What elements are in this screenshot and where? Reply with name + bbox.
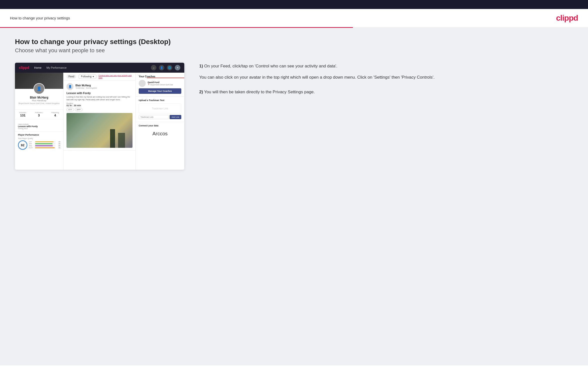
post-author-name: Blair McHarg bbox=[75, 84, 97, 87]
ott-label: OTT bbox=[29, 141, 34, 143]
trackman-section: Upload a Trackman Test Trackman Link Add… bbox=[136, 97, 184, 122]
tpq-row: 92 OTT 90 APP bbox=[18, 140, 60, 150]
stat-activities-value: 131 bbox=[19, 113, 26, 117]
coach-club: 📍 Royal North Devon Golf Club bbox=[148, 84, 173, 86]
app-right-panel: Your Coaches David Ford 📍 Royal North De… bbox=[136, 73, 184, 170]
nav-my-performance[interactable]: My Performance bbox=[47, 66, 67, 69]
clippd-logo: clippd bbox=[556, 13, 578, 23]
globe-icon[interactable]: 🌐 bbox=[167, 65, 172, 70]
step-1: 1) On your Feed, click/tap on 'Control w… bbox=[199, 63, 573, 81]
profile-name: Blair McHarg bbox=[18, 96, 60, 99]
profile-tag: Plus Handicap bbox=[18, 99, 60, 102]
arccos-label: Arccos bbox=[139, 129, 181, 139]
ott-fill bbox=[35, 141, 54, 142]
badge-app: APP bbox=[75, 108, 82, 111]
arg-label: ARG bbox=[29, 145, 34, 147]
connect-section: Connect your data Arccos bbox=[136, 122, 184, 141]
trackman-title: Upload a Trackman Test bbox=[139, 99, 181, 102]
app-feed: Feed Following ▾ Control who can see you… bbox=[64, 73, 136, 170]
app-navbar: clippd Home My Performance ⌕ 👤 🌐 ▾ bbox=[15, 63, 184, 73]
latest-activity-name: Lesson with Fordy bbox=[18, 125, 60, 128]
app-body: 👤 Blair McHarg Plus Handicap Royal North… bbox=[15, 73, 184, 170]
trackman-placeholder: Trackman Link bbox=[139, 104, 181, 113]
stat-following-value: 4 bbox=[52, 113, 59, 117]
search-icon[interactable]: ⌕ bbox=[151, 65, 156, 70]
score-bar-ott: OTT 90 bbox=[29, 141, 60, 143]
stat-followers-value: 3 bbox=[35, 113, 43, 117]
step-2: 2) You will then be taken directly to th… bbox=[199, 89, 573, 95]
add-link-button[interactable]: Add Link bbox=[170, 115, 181, 119]
post-badges: OTT APP bbox=[66, 108, 132, 111]
badge-ott: OTT bbox=[66, 108, 74, 111]
trackman-link-input[interactable] bbox=[139, 115, 169, 119]
step1-num: 1) bbox=[199, 64, 203, 68]
trackman-input-row: Add Link bbox=[139, 115, 181, 119]
post-duration-val: 01 hr : 30 min bbox=[66, 104, 132, 107]
post-image bbox=[66, 113, 132, 148]
app-nav-icons: ⌕ 👤 🌐 ▾ bbox=[151, 65, 180, 70]
person-icon[interactable]: 👤 bbox=[159, 65, 164, 70]
avatar: 👤 bbox=[34, 83, 45, 94]
stat-following-label: Following bbox=[52, 112, 59, 113]
coach-row: David Ford 📍 Royal North Devon Golf Club bbox=[139, 80, 181, 87]
score-bar-app: APP 85 bbox=[29, 143, 60, 145]
following-label: Following bbox=[81, 75, 91, 78]
post-body: Looking to feel like my hands are exitin… bbox=[66, 96, 132, 101]
stat-activities: Activities 131 bbox=[19, 112, 26, 117]
feed-tab[interactable]: Feed bbox=[66, 74, 76, 79]
following-button[interactable]: Following ▾ bbox=[78, 74, 96, 79]
post-duration-label: Duration bbox=[66, 103, 132, 104]
arg-fill bbox=[35, 145, 53, 146]
app-track bbox=[35, 143, 56, 144]
profile-stats: Activities 131 Followers 3 Following 4 bbox=[15, 109, 63, 119]
putt-label: PUTT bbox=[29, 147, 34, 149]
app-fill bbox=[35, 143, 53, 144]
feed-tab-bar: Feed Following ▾ Control who can see you… bbox=[64, 73, 135, 81]
coaches-title: Your Coaches bbox=[139, 75, 181, 78]
step2-num: 2) bbox=[199, 90, 203, 94]
app-mockup: clippd Home My Performance ⌕ 👤 🌐 ▾ 👤 bbox=[15, 63, 184, 170]
step1-extra: You can also click on your avatar in the… bbox=[199, 74, 573, 81]
manage-coaches-button[interactable]: Manage Your Coaches bbox=[139, 88, 181, 94]
coaches-section: Your Coaches David Ford 📍 Royal North De… bbox=[136, 73, 184, 97]
top-bar bbox=[0, 0, 588, 9]
post-title: Lesson with Fordy bbox=[66, 92, 132, 95]
score-bars: OTT 90 APP bbox=[29, 141, 60, 149]
post-author-sub: Yesterday · Sunningdale bbox=[75, 87, 97, 89]
content-row: clippd Home My Performance ⌕ 👤 🌐 ▾ 👤 bbox=[15, 63, 573, 170]
location-icon: 📍 bbox=[148, 84, 150, 86]
main-content: How to change your privacy settings (Des… bbox=[0, 28, 588, 365]
page-heading: How to change your privacy settings (Des… bbox=[15, 38, 573, 46]
putt-value: 96 bbox=[56, 147, 60, 149]
circle-score: 92 bbox=[18, 140, 27, 150]
latest-activity: Latest Activity Lesson with Fordy 03 Aug… bbox=[15, 121, 63, 131]
player-performance-title: Player Performance bbox=[18, 134, 60, 136]
footer: Copyright Clippd 2022 bbox=[0, 365, 588, 367]
app-label: APP bbox=[29, 143, 34, 145]
header-title: How to change your privacy settings bbox=[10, 16, 70, 20]
post-avatar: 👤 bbox=[66, 83, 73, 90]
coach-info: David Ford 📍 Royal North Devon Golf Club bbox=[148, 81, 173, 86]
coach-avatar bbox=[139, 80, 146, 87]
page-subheading: Choose what you want people to see bbox=[15, 47, 573, 54]
avatar-icon[interactable]: ▾ bbox=[175, 65, 180, 70]
ott-track bbox=[35, 141, 56, 142]
post-card: 👤 Blair McHarg Yesterday · Sunningdale L… bbox=[64, 81, 135, 151]
stat-following: Following 4 bbox=[52, 112, 59, 117]
app-value: 85 bbox=[56, 143, 60, 145]
coach-club-text: Royal North Devon Golf Club bbox=[150, 84, 173, 86]
stat-activities-label: Activities bbox=[19, 112, 26, 113]
post-header: 👤 Blair McHarg Yesterday · Sunningdale bbox=[66, 83, 132, 90]
putt-track bbox=[35, 147, 56, 148]
connect-title: Connect your data bbox=[139, 124, 181, 127]
instructions: 1) On your Feed, click/tap on 'Control w… bbox=[194, 63, 573, 104]
latest-activity-date: 03 Aug 2022 bbox=[18, 128, 60, 129]
privacy-link[interactable]: Control who can see your activity and da… bbox=[99, 74, 132, 79]
nav-home[interactable]: Home bbox=[34, 66, 41, 69]
profile-club: Royal North Devon Golf Club, United King… bbox=[18, 102, 60, 105]
coach-name: David Ford bbox=[148, 81, 173, 84]
putt-fill bbox=[35, 147, 55, 148]
post-author-info: Blair McHarg Yesterday · Sunningdale bbox=[75, 84, 97, 89]
chevron-down-icon: ▾ bbox=[93, 75, 94, 78]
stat-followers: Followers 3 bbox=[35, 112, 43, 117]
